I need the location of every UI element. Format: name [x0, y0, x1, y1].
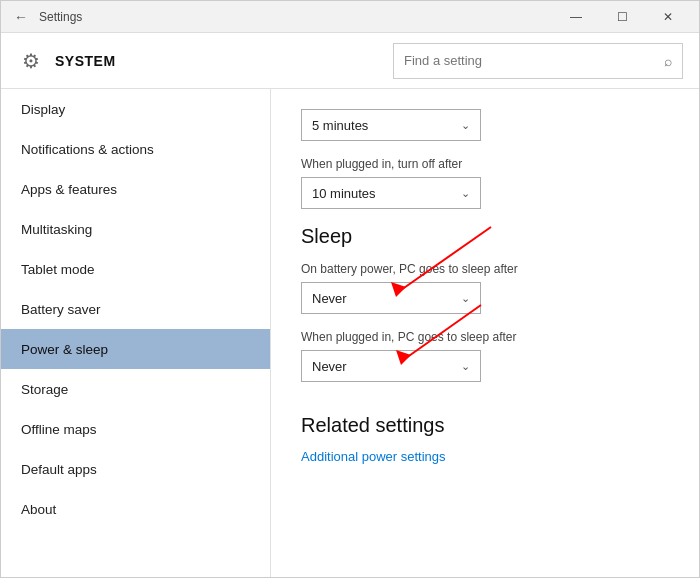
gear-icon: ⚙: [17, 47, 45, 75]
plugged-sleep-value: Never: [312, 359, 347, 374]
additional-power-settings-link[interactable]: Additional power settings: [301, 449, 446, 464]
app-header: ⚙ SYSTEM ⌕: [1, 33, 699, 89]
chevron-down-icon: ⌄: [461, 119, 470, 132]
main-content: 5 minutes ⌄ When plugged in, turn off af…: [271, 89, 699, 577]
content-area: Display Notifications & actions Apps & f…: [1, 89, 699, 577]
sidebar-item-tablet[interactable]: Tablet mode: [1, 249, 270, 289]
chevron-down-icon-3: ⌄: [461, 292, 470, 305]
maximize-button[interactable]: ☐: [599, 1, 645, 33]
search-box[interactable]: ⌕: [393, 43, 683, 79]
title-bar: ← Settings — ☐ ✕: [1, 1, 699, 33]
sidebar-item-battery[interactable]: Battery saver: [1, 289, 270, 329]
plugged-turnoff-label: When plugged in, turn off after: [301, 157, 669, 171]
window-controls: — ☐ ✕: [553, 1, 691, 33]
sidebar-item-default-apps[interactable]: Default apps: [1, 449, 270, 489]
plugged-sleep-dropdown[interactable]: Never ⌄: [301, 350, 481, 382]
minimize-button[interactable]: —: [553, 1, 599, 33]
battery-sleep-label: On battery power, PC goes to sleep after: [301, 262, 669, 276]
screen-off-battery-dropdown[interactable]: 5 minutes ⌄: [301, 109, 481, 141]
sidebar-item-apps[interactable]: Apps & features: [1, 169, 270, 209]
close-button[interactable]: ✕: [645, 1, 691, 33]
sleep-section-title: Sleep: [301, 225, 669, 248]
screen-off-battery-value: 5 minutes: [312, 118, 368, 133]
plugged-turnoff-dropdown[interactable]: 10 minutes ⌄: [301, 177, 481, 209]
search-input[interactable]: [404, 53, 664, 68]
sidebar-item-storage[interactable]: Storage: [1, 369, 270, 409]
app-title: SYSTEM: [55, 53, 116, 69]
window-title: Settings: [39, 10, 82, 24]
sidebar-item-offline-maps[interactable]: Offline maps: [1, 409, 270, 449]
battery-sleep-value: Never: [312, 291, 347, 306]
search-icon: ⌕: [664, 53, 672, 69]
sidebar: Display Notifications & actions Apps & f…: [1, 89, 271, 577]
related-settings-title: Related settings: [301, 414, 669, 437]
battery-sleep-dropdown[interactable]: Never ⌄: [301, 282, 481, 314]
sidebar-item-power[interactable]: Power & sleep: [1, 329, 270, 369]
settings-window: ← Settings — ☐ ✕ ⚙ SYSTEM ⌕ Display Noti…: [0, 0, 700, 578]
plugged-turnoff-value: 10 minutes: [312, 186, 376, 201]
sidebar-item-about[interactable]: About: [1, 489, 270, 529]
back-button[interactable]: ←: [9, 5, 33, 29]
sidebar-item-notifications[interactable]: Notifications & actions: [1, 129, 270, 169]
sidebar-item-display[interactable]: Display: [1, 89, 270, 129]
plugged-sleep-label: When plugged in, PC goes to sleep after: [301, 330, 669, 344]
sidebar-item-multitasking[interactable]: Multitasking: [1, 209, 270, 249]
chevron-down-icon-2: ⌄: [461, 187, 470, 200]
chevron-down-icon-4: ⌄: [461, 360, 470, 373]
